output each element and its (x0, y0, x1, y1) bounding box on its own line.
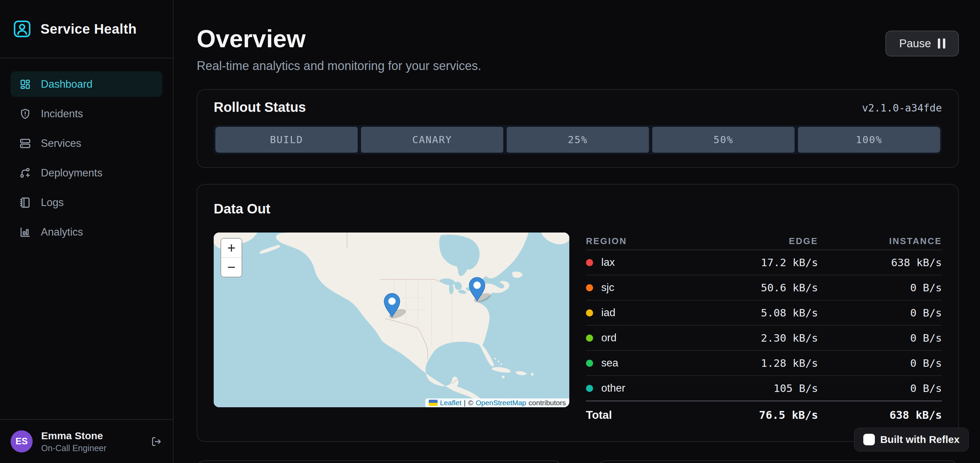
data-out-title: Data Out (214, 201, 942, 216)
user-name: Emma Stone (41, 430, 107, 442)
sidebar-item-logs[interactable]: Logs (11, 190, 162, 215)
rollout-stage-build: BUILD (215, 127, 358, 153)
rollout-version: v2.1.0-a34fde (862, 102, 942, 114)
sidebar-item-analytics[interactable]: Analytics (11, 219, 162, 245)
instance-value: 0 B/s (818, 357, 942, 369)
brand-row: Service Health (0, 0, 173, 59)
user-role: On-Call Engineer (41, 443, 107, 453)
region-dot (586, 335, 593, 342)
ukraine-flag-icon (429, 400, 438, 406)
sidebar-item-dashboard[interactable]: Dashboard (11, 71, 162, 97)
sidebar-item-incidents[interactable]: Incidents (11, 101, 162, 127)
region-name: other (601, 382, 625, 394)
partial-card-left (197, 460, 562, 463)
map-zoom-control: + − (221, 238, 242, 277)
partial-card-right (598, 460, 958, 463)
git-branch-plus-icon (19, 167, 31, 179)
sidebar-item-services[interactable]: Services (11, 130, 162, 156)
table-header-row: REGION EDGE INSTANCE (586, 233, 942, 250)
logout-button[interactable] (151, 436, 162, 447)
table-row-ord: ord 2.30 kB/s 0 B/s (586, 326, 942, 351)
main-content: Overview Real-time analytics and monitor… (173, 0, 980, 463)
pause-button[interactable]: Pause (885, 30, 959, 56)
table-row-other: other 105 B/s 0 B/s (586, 376, 942, 401)
sidebar-item-label: Services (41, 137, 81, 149)
total-label: Total (586, 409, 695, 422)
map-basemap (214, 233, 569, 407)
rollout-title: Rollout Status (214, 100, 942, 114)
rollout-stage-50: 50% (652, 127, 795, 153)
region-dot (586, 309, 593, 317)
sidebar-nav: Dashboard Incidents Services (0, 59, 173, 249)
rollout-stage-100: 100% (798, 127, 940, 153)
sidebar-item-label: Dashboard (41, 78, 92, 90)
zoom-in-button[interactable]: + (221, 239, 242, 258)
sidebar-spacer (0, 249, 173, 419)
region-name: sjc (601, 281, 614, 294)
sidebar-item-deployments[interactable]: Deployments (11, 160, 162, 186)
user-meta: Emma Stone On-Call Engineer (41, 430, 107, 453)
page-header: Overview Real-time analytics and monitor… (197, 27, 959, 72)
attribution-separator: | (464, 399, 466, 407)
pause-button-label: Pause (899, 37, 931, 50)
table-row-lax: lax 17.2 kB/s 638 kB/s (586, 250, 942, 275)
app-root: Service Health Dashboard Incidents (0, 0, 980, 463)
notebook-icon (19, 197, 31, 208)
page-title: Overview (197, 27, 481, 51)
table-row-sea: sea 1.28 kB/s 0 B/s (586, 351, 942, 376)
rollout-track: BUILD CANARY 25% 50% 100% (214, 125, 942, 154)
rollout-stage-25: 25% (507, 127, 649, 153)
contact-card-icon (13, 19, 32, 38)
instance-value: 638 kB/s (818, 256, 942, 268)
attribution-suffix: contributors (528, 399, 566, 407)
instance-value: 0 B/s (818, 382, 942, 394)
map[interactable]: + − Leaflet | © OpenStreetMap contributo… (214, 233, 569, 407)
sidebar-item-label: Analytics (41, 226, 83, 238)
total-edge-value: 76.5 kB/s (695, 409, 818, 422)
osm-link[interactable]: OpenStreetMap (476, 399, 526, 407)
table-row-sjc: sjc 50.6 kB/s 0 B/s (586, 275, 942, 301)
sidebar: Service Health Dashboard Incidents (0, 0, 173, 463)
user-section: ES Emma Stone On-Call Engineer (0, 419, 173, 463)
leaflet-link[interactable]: Leaflet (440, 399, 461, 407)
table-total-row: Total 76.5 kB/s 638 kB/s (586, 400, 942, 428)
col-header-region: REGION (586, 236, 695, 246)
data-out-table: REGION EDGE INSTANCE lax 17.2 kB/s 638 k… (586, 233, 942, 428)
region-dot (586, 385, 593, 392)
built-with-reflex-badge[interactable]: Built with Reflex (854, 428, 969, 452)
bottom-cards-row (197, 460, 959, 463)
data-out-card: Data Out (197, 184, 959, 442)
edge-value: 50.6 kB/s (695, 281, 818, 294)
bar-chart-icon (19, 227, 31, 238)
col-header-edge: EDGE (695, 236, 818, 246)
instance-value: 0 B/s (818, 307, 942, 319)
region-name: sea (601, 357, 618, 369)
edge-value: 2.30 kB/s (695, 332, 818, 344)
brand-title: Service Health (40, 21, 137, 37)
edge-value: 1.28 kB/s (695, 357, 818, 369)
data-out-body: + − Leaflet | © OpenStreetMap contributo… (214, 233, 942, 428)
region-dot (586, 259, 593, 266)
rollout-stage-canary: CANARY (361, 127, 503, 153)
region-name: iad (601, 307, 615, 319)
avatar: ES (11, 430, 33, 452)
instance-value: 0 B/s (818, 332, 942, 344)
dashboard-icon (19, 79, 31, 90)
map-attribution: Leaflet | © OpenStreetMap contributors (425, 398, 569, 407)
edge-value: 17.2 kB/s (695, 256, 818, 268)
region-name: ord (601, 332, 617, 344)
col-header-instance: INSTANCE (818, 236, 942, 246)
total-instance-value: 638 kB/s (818, 409, 942, 422)
table-row-iad: iad 5.08 kB/s 0 B/s (586, 301, 942, 326)
server-icon (19, 138, 31, 149)
region-name: lax (601, 256, 615, 268)
reflex-logo-icon (863, 434, 875, 445)
attribution-copyright: © (468, 399, 473, 407)
reflex-badge-label: Built with Reflex (880, 434, 959, 445)
sidebar-item-label: Incidents (41, 108, 83, 120)
edge-value: 105 B/s (695, 382, 818, 394)
page-subtitle: Real-time analytics and monitoring for y… (197, 60, 481, 72)
zoom-out-button[interactable]: − (221, 258, 242, 277)
page-header-text: Overview Real-time analytics and monitor… (197, 27, 481, 72)
instance-value: 0 B/s (818, 281, 942, 294)
